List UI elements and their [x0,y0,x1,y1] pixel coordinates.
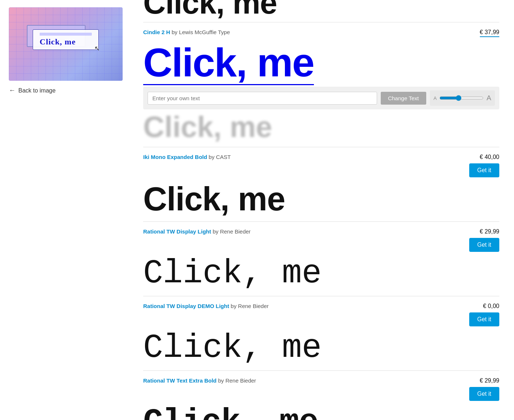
get-it-button-rational-display-light[interactable]: Get it [469,238,499,252]
font-meta-rational-display-light: Rational TW Display Light by Rene Bieder [143,228,251,235]
font-preview-iki-mono: Click, me [143,180,499,221]
font-meta-iki-mono: Iki Mono Expanded Bold by CAST [143,154,231,160]
font-price-btn-rational-text-bold: € 29,99 Get it [469,377,499,401]
custom-text-input[interactable] [148,92,377,105]
font-entry-top-partial: Click, me [143,0,499,22]
font-price-rational-text-bold: € 29,99 [480,377,499,384]
font-name-iki-mono[interactable]: Iki Mono Expanded Bold [143,154,207,160]
window-click-label: Click, me [40,37,76,46]
get-it-button-iki-mono[interactable]: Get it [469,163,499,177]
font-preview-rational-display-demo: Click, me [143,329,499,370]
get-it-button-rational-display-demo[interactable]: Get it [469,312,499,326]
font-entry-rational-text-bold: Rational TW Text Extra Bold by Rene Bied… [143,371,499,420]
change-text-button[interactable]: Change Text [381,92,426,105]
font-price-cindie2h: € 37,99 [480,29,499,37]
font-meta-rational-display-demo: Rational TW Display DEMO Light by Rene B… [143,303,269,309]
back-to-image-button[interactable]: ← Back to image [9,87,127,94]
font-name-rational-display-demo[interactable]: Rational TW Display DEMO Light [143,303,229,309]
font-by-rational-display-demo: by Rene Bieder [231,303,268,309]
font-meta-cindie2h: Cindie 2 H by Lewis McGuffie Type [143,29,230,35]
font-by-rational-display-light: by Rene Bieder [213,228,250,235]
font-header-cindie2h: Cindie 2 H by Lewis McGuffie Type € 37,9… [143,29,499,37]
font-name-rational-text-bold[interactable]: Rational TW Text Extra Bold [143,377,217,384]
text-input-bar: Change Text A A [143,87,499,109]
font-name-rational-display-light[interactable]: Rational TW Display Light [143,228,211,235]
font-by-rational-text-bold: by Rene Bieder [218,377,256,384]
font-meta-rational-text-bold: Rational TW Text Extra Bold by Rene Bied… [143,377,256,384]
font-preview-rational-display-light: Click, me [143,254,499,296]
font-preview-top: Click, me [143,0,499,22]
font-header-iki-mono: Iki Mono Expanded Bold by CAST € 40,00 G… [143,154,499,177]
font-entry-iki-mono: Iki Mono Expanded Bold by CAST € 40,00 G… [143,147,499,222]
font-by-iki-mono: by CAST [209,154,231,160]
size-slider[interactable] [439,92,484,104]
window-titlebar [40,33,92,36]
font-entry-cindie2h: Cindie 2 H by Lewis McGuffie Type € 37,9… [143,22,499,147]
size-label-small: A [434,95,437,101]
fake-window-ui: Click, me ↖ [33,29,99,59]
font-header-rational-display-light: Rational TW Display Light by Rene Bieder… [143,228,499,252]
font-price-rational-display-light: € 29,99 [480,228,499,235]
main-content: Click, me Cindie 2 H by Lewis McGuffie T… [136,0,514,420]
font-price-btn-iki-mono: € 40,00 Get it [469,154,499,177]
top-preview-text: Click, me [143,0,277,18]
size-label-large: A [486,94,491,102]
font-preview-image[interactable]: Click, me ↖ [9,7,123,81]
back-to-image-label: Back to image [18,87,55,94]
font-preview-rational-text-bold: Click, me [143,403,499,420]
back-arrow-icon: ← [9,87,15,94]
font-price-rational-display-demo: € 0,00 [483,303,499,309]
font-price-btn-rational-display-light: € 29,99 Get it [469,228,499,252]
font-by-cindie2h: by Lewis McGuffie Type [172,29,230,35]
window-front-card: Click, me ↖ [33,29,99,50]
cindie-blurred-preview: Click, me [143,112,499,147]
font-entry-rational-display-demo: Rational TW Display DEMO Light by Rene B… [143,296,499,371]
font-name-cindie2h[interactable]: Cindie 2 H [143,29,170,35]
cursor-icon: ↖ [94,44,100,52]
get-it-button-rational-text-bold[interactable]: Get it [469,387,499,401]
font-header-rational-display-demo: Rational TW Display DEMO Light by Rene B… [143,303,499,326]
font-price-btn-rational-display-demo: € 0,00 Get it [469,303,499,326]
cindie-preview-text: Click, me [143,39,314,85]
font-preview-cindie2h: Click, me [143,39,499,85]
font-entry-rational-display-light: Rational TW Display Light by Rene Bieder… [143,222,499,296]
font-price-iki-mono: € 40,00 [480,154,499,160]
size-control: A A [430,90,495,106]
sidebar: Click, me ↖ ← Back to image [0,0,136,420]
font-header-rational-text-bold: Rational TW Text Extra Bold by Rene Bied… [143,377,499,401]
